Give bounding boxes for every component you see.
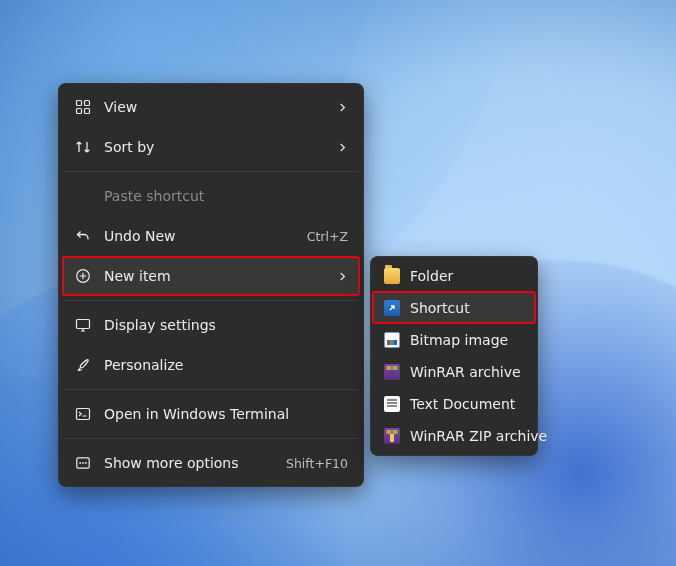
menu-item-label: View	[104, 99, 325, 115]
submenu-item-folder[interactable]: Folder	[374, 260, 534, 292]
menu-item-label: Undo New	[104, 228, 295, 244]
chevron-right-icon	[337, 142, 348, 153]
menu-item-accelerator: Shift+F10	[286, 456, 348, 471]
menu-item-undo[interactable]: Undo New Ctrl+Z	[62, 216, 360, 256]
chevron-right-icon	[337, 271, 348, 282]
menu-item-paste-shortcut: Paste shortcut	[62, 176, 360, 216]
terminal-icon	[74, 405, 92, 423]
menu-item-label: WinRAR archive	[410, 364, 524, 380]
winrar-icon	[384, 364, 400, 380]
separator	[64, 389, 358, 390]
separator	[64, 300, 358, 301]
menu-item-display-settings[interactable]: Display settings	[62, 305, 360, 345]
submenu-item-text-document[interactable]: Text Document	[374, 388, 534, 420]
menu-item-sort-by[interactable]: Sort by	[62, 127, 360, 167]
menu-item-show-more-options[interactable]: Show more options Shift+F10	[62, 443, 360, 483]
svg-point-9	[82, 462, 84, 464]
menu-item-label: Sort by	[104, 139, 325, 155]
menu-item-new[interactable]: New item	[62, 256, 360, 296]
menu-item-label: Open in Windows Terminal	[104, 406, 348, 422]
submenu-item-winrar-zip[interactable]: WinRAR ZIP archive	[374, 420, 534, 452]
svg-point-8	[79, 462, 81, 464]
menu-item-accelerator: Ctrl+Z	[307, 229, 348, 244]
svg-rect-1	[85, 101, 90, 106]
desktop-context-menu: View Sort by Paste shortcut Undo New Ctr…	[58, 83, 364, 487]
menu-item-personalize[interactable]: Personalize	[62, 345, 360, 385]
shortcut-icon	[384, 300, 400, 316]
svg-point-10	[85, 462, 87, 464]
svg-rect-5	[77, 320, 90, 329]
menu-item-label: Display settings	[104, 317, 348, 333]
winrar-zip-icon	[384, 428, 400, 444]
separator	[64, 438, 358, 439]
menu-item-label: Personalize	[104, 357, 348, 373]
sort-icon	[74, 138, 92, 156]
menu-item-label: Text Document	[410, 396, 524, 412]
svg-rect-2	[77, 109, 82, 114]
menu-item-open-terminal[interactable]: Open in Windows Terminal	[62, 394, 360, 434]
menu-item-label: WinRAR ZIP archive	[410, 428, 547, 444]
blank-icon	[74, 187, 92, 205]
svg-rect-6	[77, 409, 90, 420]
svg-rect-0	[77, 101, 82, 106]
chevron-right-icon	[337, 102, 348, 113]
brush-icon	[74, 356, 92, 374]
submenu-item-winrar[interactable]: WinRAR archive	[374, 356, 534, 388]
menu-item-label: Show more options	[104, 455, 274, 471]
folder-icon	[384, 268, 400, 284]
text-document-icon	[384, 396, 400, 412]
menu-item-label: Folder	[410, 268, 524, 284]
submenu-item-shortcut[interactable]: Shortcut	[374, 292, 534, 324]
display-icon	[74, 316, 92, 334]
more-options-icon	[74, 454, 92, 472]
menu-item-label: Bitmap image	[410, 332, 524, 348]
bitmap-icon	[384, 332, 400, 348]
grid-icon	[74, 98, 92, 116]
new-item-submenu: Folder Shortcut Bitmap image WinRAR arch…	[370, 256, 538, 456]
separator	[64, 171, 358, 172]
svg-rect-3	[85, 109, 90, 114]
menu-item-label: New item	[104, 268, 325, 284]
plus-circle-icon	[74, 267, 92, 285]
menu-item-label: Paste shortcut	[104, 188, 348, 204]
menu-item-view[interactable]: View	[62, 87, 360, 127]
submenu-item-bitmap[interactable]: Bitmap image	[374, 324, 534, 356]
menu-item-label: Shortcut	[410, 300, 524, 316]
undo-icon	[74, 227, 92, 245]
